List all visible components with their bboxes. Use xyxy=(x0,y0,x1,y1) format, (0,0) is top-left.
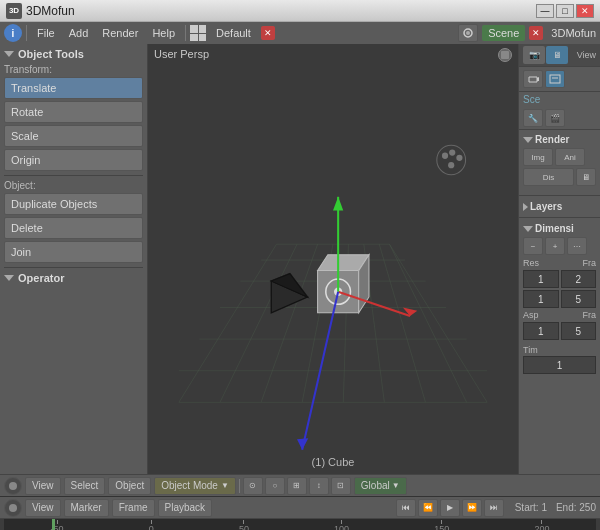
view-btn[interactable]: View xyxy=(25,477,61,495)
proportional-btn[interactable]: ○ xyxy=(265,477,285,495)
start-label: Start: 1 xyxy=(515,502,547,513)
minimize-button[interactable]: — xyxy=(536,4,554,18)
svg-rect-41 xyxy=(501,51,509,59)
snap-btn[interactable]: ⊙ xyxy=(243,477,263,495)
tick-1: 0 xyxy=(149,520,154,530)
right-panel-view[interactable]: View xyxy=(577,50,596,60)
viewport-icon1[interactable] xyxy=(498,48,512,62)
duplicate-button[interactable]: Duplicate Objects xyxy=(4,193,143,215)
dis-label[interactable]: Dis xyxy=(523,168,574,186)
operator-header: Operator xyxy=(4,272,143,284)
svg-point-1 xyxy=(466,31,470,35)
select-btn[interactable]: Select xyxy=(64,477,106,495)
mode-selector[interactable]: Object Mode ▼ xyxy=(154,477,236,495)
close-button[interactable]: ✕ xyxy=(576,4,594,18)
render-anim-btn[interactable]: Ani xyxy=(555,148,585,166)
render-btn2[interactable]: 🔧 xyxy=(523,109,543,127)
divider1 xyxy=(4,175,143,176)
origin-button[interactable]: Origin xyxy=(4,149,143,171)
rotate-button[interactable]: Rotate xyxy=(4,101,143,123)
menu-add[interactable]: Add xyxy=(63,25,95,41)
transform-btn[interactable]: ↕ xyxy=(309,477,329,495)
scene-label[interactable]: Scene xyxy=(482,25,525,41)
mode-arrow: ▼ xyxy=(221,481,229,490)
operator-collapse-icon[interactable] xyxy=(4,275,14,281)
layers-label: Layers xyxy=(530,201,562,212)
join-button[interactable]: Join xyxy=(4,241,143,263)
global-btn[interactable]: Global ▼ xyxy=(354,477,407,495)
asp-label: Asp xyxy=(523,310,539,320)
sce-label: Sce xyxy=(519,92,600,107)
maximize-button[interactable]: □ xyxy=(556,4,574,18)
step-back-btn[interactable]: ⏪ xyxy=(418,499,438,517)
title-bar-left: 3D 3DMofun xyxy=(6,3,75,19)
right-tab-render[interactable]: 🖥 xyxy=(546,46,568,64)
asp-val1[interactable]: 1 xyxy=(523,322,559,340)
right-panel-top: 📷 🖥 View xyxy=(519,44,600,67)
svg-point-39 xyxy=(456,155,462,161)
timeline-top: View Marker Frame Playback ⏮ ⏪ ▶ ⏩ ⏭ Sta… xyxy=(0,497,600,519)
timeline-ruler[interactable]: -50 0 50 100 150 xyxy=(0,519,600,530)
res-fra-labels: Res Fra xyxy=(523,258,596,268)
fra-val3[interactable]: 5 xyxy=(561,322,597,340)
menu-bar: i File Add Render Help Default ✕ Scene ✕… xyxy=(0,22,600,44)
dimensi-collapse[interactable] xyxy=(523,226,533,232)
timeline-frame[interactable]: Frame xyxy=(112,499,155,517)
layout-label[interactable]: Default xyxy=(208,25,259,41)
plus-minus-row: − + ⋯ xyxy=(523,237,596,255)
right-icon-row2: 🔧 🎬 xyxy=(519,107,600,130)
layers-expand[interactable] xyxy=(523,203,528,211)
app-title: 3DMofun xyxy=(26,4,75,18)
tick-2: 50 xyxy=(239,520,249,530)
delete-button[interactable]: Delete xyxy=(4,217,143,239)
render-img-btn[interactable]: Img xyxy=(523,148,553,166)
minus-btn[interactable]: − xyxy=(523,237,543,255)
right-panel: 📷 🖥 View Sce 🔧 🎬 xyxy=(518,44,600,474)
object-btn[interactable]: Object xyxy=(108,477,151,495)
plus-btn[interactable]: + xyxy=(545,237,565,255)
menu-help[interactable]: Help xyxy=(146,25,181,41)
global-arrow: ▼ xyxy=(392,481,400,490)
snap2-btn[interactable]: ⊞ xyxy=(287,477,307,495)
res-val1[interactable]: 1 xyxy=(523,270,559,288)
timeline-circle[interactable] xyxy=(4,499,22,517)
translate-button[interactable]: Translate xyxy=(4,77,143,99)
info-button[interactable]: i xyxy=(4,24,22,42)
transform-label: Transform: xyxy=(4,64,143,75)
play-btn[interactable]: ▶ xyxy=(440,499,460,517)
play-start-btn[interactable]: ⏮ xyxy=(396,499,416,517)
fra-val2[interactable]: 5 xyxy=(561,290,597,308)
toolbar-icons: ⊙ ○ ⊞ ↕ ⊡ xyxy=(243,477,351,495)
step-fwd-btn[interactable]: ⏩ xyxy=(462,499,482,517)
dis-icon[interactable]: 🖥 xyxy=(576,168,596,186)
dots-btn[interactable]: ⋯ xyxy=(567,237,587,255)
divider-r2 xyxy=(519,217,600,218)
collapse-icon[interactable] xyxy=(4,51,14,57)
scale-button[interactable]: Scale xyxy=(4,125,143,147)
viewport[interactable]: User Persp xyxy=(148,44,518,474)
play-end-btn[interactable]: ⏭ xyxy=(484,499,504,517)
pivot-btn[interactable]: ⊡ xyxy=(331,477,351,495)
render-collapse[interactable] xyxy=(523,137,533,143)
layout-close[interactable]: ✕ xyxy=(261,26,275,40)
timeline-view[interactable]: View xyxy=(25,499,61,517)
fra-val1[interactable]: 2 xyxy=(561,270,597,288)
menu-right: Scene ✕ 3DMofun xyxy=(458,24,596,42)
render-label: Render xyxy=(535,134,569,145)
menu-divider2 xyxy=(185,25,186,41)
menu-file[interactable]: File xyxy=(31,25,61,41)
camera-icon-btn[interactable] xyxy=(523,70,543,88)
tim-val[interactable]: 1 xyxy=(523,356,596,374)
scene-btn2[interactable]: 🎬 xyxy=(545,109,565,127)
svg-point-40 xyxy=(448,162,454,168)
scene-close[interactable]: ✕ xyxy=(529,26,543,40)
viewport-icons xyxy=(498,48,512,62)
scene-icon[interactable] xyxy=(458,24,478,42)
timeline-marker[interactable]: Marker xyxy=(64,499,109,517)
right-tab-camera[interactable]: 📷 xyxy=(523,46,545,64)
menu-render[interactable]: Render xyxy=(96,25,144,41)
render-icon-btn[interactable] xyxy=(545,70,565,88)
timeline-playback[interactable]: Playback xyxy=(158,499,213,517)
res-val2[interactable]: 1 xyxy=(523,290,559,308)
toolbar-circle[interactable] xyxy=(4,477,22,495)
